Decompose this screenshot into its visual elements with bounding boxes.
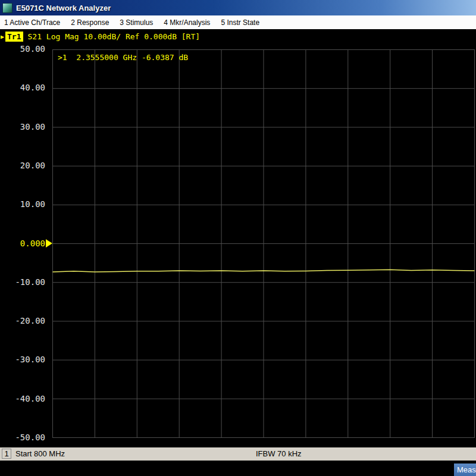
start-frequency-label: Start 800 MHz [15,449,65,458]
menu-stimulus[interactable]: 3 Stimulus [120,18,153,27]
y-axis-label: -10.00 [4,277,45,287]
y-axis-label: 20.00 [4,161,45,170]
y-axis-label: 50.00 [4,44,45,54]
trace1-label[interactable]: Tr1 [5,32,23,42]
status-bar: 1 Start 800 MHz IFBW 70 kHz [0,447,476,461]
trace-status-bar: ▶ Tr1 S21 Log Mag 10.00dB/ Ref 0.000dB [… [0,29,476,44]
y-axis-label: -50.00 [4,433,45,442]
channel-number-box: 1 [2,449,11,459]
menu-active-ch-trace[interactable]: 1 Active Ch/Trace [4,18,60,27]
menu-response[interactable]: 2 Response [71,18,109,27]
menu-mkr-analysis[interactable]: 4 Mkr/Analysis [164,18,210,27]
y-axis-label: 0.000 [4,239,45,248]
meas-softkey-tab[interactable]: Meas [454,464,476,476]
plot-svg [52,49,475,438]
ifbw-label: IFBW 70 kHz [256,449,302,458]
reference-level-marker-icon[interactable] [46,239,52,248]
y-axis-label: 10.00 [4,199,45,209]
graticule-plot-area: >1 2.3555000 GHz -6.0387 dB [52,49,475,438]
trace1-settings-text: S21 Log Mag 10.00dB/ Ref 0.000dB [RT] [28,32,201,41]
app-icon [2,3,12,13]
analyzer-screen: E5071C Network Analyzer 1 Active Ch/Trac… [0,0,476,476]
window-title: E5071C Network Analyzer [16,4,111,12]
y-axis-label: 30.00 [4,122,45,131]
y-axis-label: 40.00 [4,83,45,92]
active-trace-arrow-icon: ▶ [1,33,4,40]
y-axis-label: -30.00 [4,355,45,364]
y-axis-label: -20.00 [4,316,45,325]
marker1-readout: >1 2.3555000 GHz -6.0387 dB [58,53,188,62]
menu-instr-state[interactable]: 5 Instr State [221,18,259,27]
window-titlebar[interactable]: E5071C Network Analyzer [0,0,476,15]
menu-bar: 1 Active Ch/Trace 2 Response 3 Stimulus … [0,15,476,29]
y-axis-label: -40.00 [4,394,45,403]
